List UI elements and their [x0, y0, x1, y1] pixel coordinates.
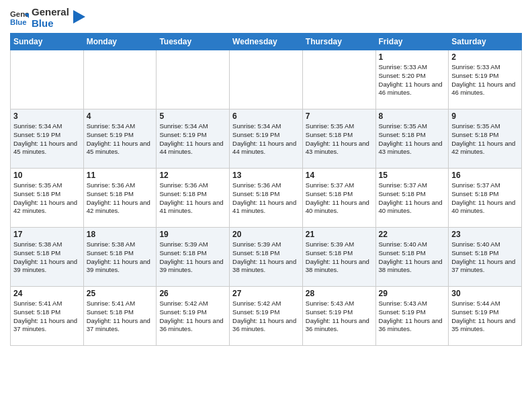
day-number: 12	[159, 171, 226, 180]
logo-arrow-icon	[73, 10, 85, 24]
calendar-cell	[11, 50, 84, 109]
svg-marker-3	[73, 10, 85, 24]
day-number: 24	[13, 289, 81, 298]
day-number: 14	[306, 171, 373, 180]
calendar-table: SundayMondayTuesdayWednesdayThursdayFrid…	[10, 33, 522, 346]
day-info: Sunrise: 5:40 AM Sunset: 5:18 PM Dayligh…	[451, 240, 519, 275]
day-info: Sunrise: 5:33 AM Sunset: 5:20 PM Dayligh…	[379, 63, 446, 97]
weekday-header-thursday: Thursday	[302, 34, 375, 50]
calendar-cell	[302, 50, 375, 109]
calendar-cell: 14Sunrise: 5:37 AM Sunset: 5:18 PM Dayli…	[302, 169, 375, 228]
logo-blue-text: Blue	[32, 18, 69, 30]
day-number: 9	[451, 111, 519, 121]
calendar-cell: 25Sunrise: 5:41 AM Sunset: 5:18 PM Dayli…	[83, 287, 157, 346]
day-info: Sunrise: 5:39 AM Sunset: 5:18 PM Dayligh…	[159, 240, 226, 275]
day-info: Sunrise: 5:39 AM Sunset: 5:18 PM Dayligh…	[306, 240, 373, 275]
day-info: Sunrise: 5:41 AM Sunset: 5:18 PM Dayligh…	[87, 300, 154, 334]
day-info: Sunrise: 5:35 AM Sunset: 5:18 PM Dayligh…	[451, 122, 519, 156]
day-number: 16	[451, 171, 519, 180]
day-info: Sunrise: 5:35 AM Sunset: 5:18 PM Dayligh…	[379, 122, 446, 156]
logo-general-text: General	[32, 7, 69, 18]
day-number: 28	[306, 289, 373, 298]
calendar-cell: 20Sunrise: 5:39 AM Sunset: 5:18 PM Dayli…	[230, 228, 303, 287]
calendar-cell: 11Sunrise: 5:36 AM Sunset: 5:18 PM Dayli…	[83, 169, 157, 228]
calendar-cell: 30Sunrise: 5:44 AM Sunset: 5:19 PM Dayli…	[449, 287, 522, 346]
calendar-cell: 1Sunrise: 5:33 AM Sunset: 5:20 PM Daylig…	[375, 50, 449, 109]
day-info: Sunrise: 5:44 AM Sunset: 5:19 PM Dayligh…	[451, 300, 519, 334]
calendar-cell: 16Sunrise: 5:37 AM Sunset: 5:18 PM Dayli…	[449, 169, 522, 228]
day-info: Sunrise: 5:38 AM Sunset: 5:18 PM Dayligh…	[13, 240, 81, 275]
day-number: 26	[159, 289, 226, 298]
calendar-week-row: 1Sunrise: 5:33 AM Sunset: 5:20 PM Daylig…	[11, 50, 522, 109]
calendar-cell: 8Sunrise: 5:35 AM Sunset: 5:18 PM Daylig…	[375, 109, 449, 169]
day-number: 2	[451, 52, 519, 62]
day-number: 1	[379, 52, 446, 62]
calendar-cell	[157, 50, 230, 109]
day-info: Sunrise: 5:43 AM Sunset: 5:19 PM Dayligh…	[379, 300, 446, 334]
day-number: 27	[232, 289, 300, 298]
calendar-cell: 2Sunrise: 5:33 AM Sunset: 5:19 PM Daylig…	[449, 50, 522, 109]
weekday-header-wednesday: Wednesday	[230, 34, 303, 50]
day-info: Sunrise: 5:36 AM Sunset: 5:18 PM Dayligh…	[232, 181, 300, 216]
calendar-cell: 21Sunrise: 5:39 AM Sunset: 5:18 PM Dayli…	[302, 228, 375, 287]
day-number: 6	[232, 111, 300, 121]
svg-text:Blue: Blue	[10, 17, 27, 26]
day-number: 22	[379, 230, 446, 239]
calendar-cell: 7Sunrise: 5:35 AM Sunset: 5:18 PM Daylig…	[302, 109, 375, 169]
day-number: 5	[159, 111, 226, 121]
day-number: 21	[306, 230, 373, 239]
calendar-cell: 29Sunrise: 5:43 AM Sunset: 5:19 PM Dayli…	[375, 287, 449, 346]
header: General Blue General Blue	[10, 7, 522, 29]
weekday-header-monday: Monday	[83, 34, 157, 50]
day-info: Sunrise: 5:34 AM Sunset: 5:19 PM Dayligh…	[159, 122, 226, 156]
day-info: Sunrise: 5:35 AM Sunset: 5:18 PM Dayligh…	[13, 181, 81, 216]
calendar-week-row: 3Sunrise: 5:34 AM Sunset: 5:19 PM Daylig…	[11, 109, 522, 169]
calendar-body: 1Sunrise: 5:33 AM Sunset: 5:20 PM Daylig…	[11, 50, 522, 346]
calendar-cell: 3Sunrise: 5:34 AM Sunset: 5:19 PM Daylig…	[11, 109, 84, 169]
calendar-cell: 6Sunrise: 5:34 AM Sunset: 5:19 PM Daylig…	[230, 109, 303, 169]
day-number: 29	[379, 289, 446, 298]
day-info: Sunrise: 5:41 AM Sunset: 5:18 PM Dayligh…	[13, 300, 81, 334]
calendar-cell: 18Sunrise: 5:38 AM Sunset: 5:18 PM Dayli…	[83, 228, 157, 287]
day-info: Sunrise: 5:35 AM Sunset: 5:18 PM Dayligh…	[306, 122, 373, 156]
day-info: Sunrise: 5:39 AM Sunset: 5:18 PM Dayligh…	[232, 240, 300, 275]
logo-icon: General Blue	[10, 9, 29, 28]
weekday-header-sunday: Sunday	[11, 34, 84, 50]
day-number: 19	[159, 230, 226, 239]
calendar-cell: 5Sunrise: 5:34 AM Sunset: 5:19 PM Daylig…	[157, 109, 230, 169]
calendar-cell: 15Sunrise: 5:37 AM Sunset: 5:18 PM Dayli…	[375, 169, 449, 228]
calendar-cell: 26Sunrise: 5:42 AM Sunset: 5:19 PM Dayli…	[157, 287, 230, 346]
day-number: 25	[87, 289, 154, 298]
day-info: Sunrise: 5:36 AM Sunset: 5:18 PM Dayligh…	[159, 181, 226, 216]
day-number: 3	[13, 111, 81, 121]
calendar-cell: 12Sunrise: 5:36 AM Sunset: 5:18 PM Dayli…	[157, 169, 230, 228]
day-number: 4	[87, 111, 154, 121]
main-container: General Blue General Blue SundayMondayTu…	[0, 0, 532, 353]
day-number: 7	[306, 111, 373, 121]
day-number: 10	[13, 171, 81, 180]
day-info: Sunrise: 5:33 AM Sunset: 5:19 PM Dayligh…	[451, 63, 519, 97]
calendar-cell	[230, 50, 303, 109]
calendar-cell: 13Sunrise: 5:36 AM Sunset: 5:18 PM Dayli…	[230, 169, 303, 228]
day-number: 11	[87, 171, 154, 180]
day-number: 18	[87, 230, 154, 239]
calendar-cell: 23Sunrise: 5:40 AM Sunset: 5:18 PM Dayli…	[449, 228, 522, 287]
logo: General Blue General Blue	[10, 7, 85, 29]
calendar-header-row: SundayMondayTuesdayWednesdayThursdayFrid…	[11, 34, 522, 50]
day-info: Sunrise: 5:37 AM Sunset: 5:18 PM Dayligh…	[379, 181, 446, 216]
calendar-cell	[83, 50, 157, 109]
calendar-cell: 10Sunrise: 5:35 AM Sunset: 5:18 PM Dayli…	[11, 169, 84, 228]
day-number: 13	[232, 171, 300, 180]
day-info: Sunrise: 5:34 AM Sunset: 5:19 PM Dayligh…	[13, 122, 81, 156]
calendar-week-row: 10Sunrise: 5:35 AM Sunset: 5:18 PM Dayli…	[11, 169, 522, 228]
day-info: Sunrise: 5:37 AM Sunset: 5:18 PM Dayligh…	[306, 181, 373, 216]
calendar-week-row: 24Sunrise: 5:41 AM Sunset: 5:18 PM Dayli…	[11, 287, 522, 346]
day-number: 15	[379, 171, 446, 180]
calendar-cell: 22Sunrise: 5:40 AM Sunset: 5:18 PM Dayli…	[375, 228, 449, 287]
weekday-header-tuesday: Tuesday	[157, 34, 230, 50]
day-number: 20	[232, 230, 300, 239]
calendar-cell: 28Sunrise: 5:43 AM Sunset: 5:19 PM Dayli…	[302, 287, 375, 346]
day-number: 8	[379, 111, 446, 121]
day-info: Sunrise: 5:38 AM Sunset: 5:18 PM Dayligh…	[87, 240, 154, 275]
calendar-cell: 4Sunrise: 5:34 AM Sunset: 5:19 PM Daylig…	[83, 109, 157, 169]
